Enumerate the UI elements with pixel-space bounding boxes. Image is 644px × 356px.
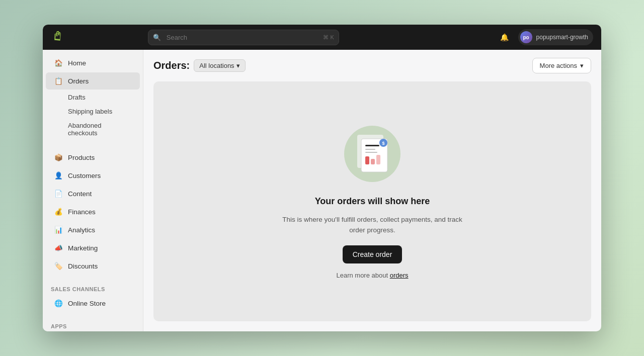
location-label: All locations <box>199 62 234 69</box>
sidebar-item-discounts[interactable]: 🏷️ Discounts <box>46 257 140 275</box>
store-badge[interactable]: po popupsmart-growth <box>518 29 593 45</box>
svg-rect-8 <box>376 155 380 164</box>
sidebar-item-label: Orders <box>68 77 132 85</box>
sidebar-item-products[interactable]: 📦 Products <box>46 149 140 166</box>
more-actions-label: More actions <box>540 62 577 69</box>
search-bar: 🔍 ⌘ K <box>148 30 339 45</box>
search-shortcut: ⌘ K <box>323 34 334 41</box>
online-store-icon: 🌐 <box>54 299 63 308</box>
topbar-actions: 🔔 po popupsmart-growth <box>497 29 593 45</box>
sidebar-item-drafts[interactable]: Drafts <box>46 91 140 104</box>
sidebar-item-analytics[interactable]: 📊 Analytics <box>46 221 140 238</box>
learn-more: Learn more about orders <box>336 272 408 279</box>
discounts-icon: 🏷️ <box>54 261 63 271</box>
sidebar-item-label: Discounts <box>68 262 132 270</box>
topbar: 🔍 ⌘ K 🔔 po popupsmart-growth <box>43 25 601 50</box>
sidebar-submenu-orders: Drafts Shipping labels Abandoned checkou… <box>43 90 143 140</box>
svg-rect-3 <box>365 145 379 146</box>
finances-icon: 💰 <box>54 207 63 216</box>
sidebar-item-online-store[interactable]: 🌐 Online Store <box>46 295 140 312</box>
store-name: popupsmart-growth <box>536 34 588 41</box>
sidebar-item-label: Finances <box>68 208 132 216</box>
sidebar-item-label: Customers <box>68 172 132 180</box>
more-actions-button[interactable]: More actions ▾ <box>532 58 591 73</box>
orders-panel: $ Your orders will show here This is whe… <box>153 81 591 321</box>
shipping-labels-label: Shipping labels <box>68 108 112 115</box>
orders-empty-heading: Your orders will show here <box>315 196 430 207</box>
chevron-down-icon: ▾ <box>580 62 584 69</box>
sidebar-item-shipping-labels[interactable]: Shipping labels <box>46 105 140 118</box>
location-dropdown[interactable]: All locations ▾ <box>194 59 245 72</box>
sidebar-item-customers[interactable]: 👤 Customers <box>46 167 140 184</box>
orders-empty-description: This is where you'll fulfill orders, col… <box>282 215 463 235</box>
svg-text:$: $ <box>382 141 384 146</box>
customers-icon: 👤 <box>54 171 63 180</box>
orders-content: $ Your orders will show here This is whe… <box>143 73 601 331</box>
sidebar-item-content[interactable]: 📄 Content <box>46 185 140 202</box>
marketing-icon: 📣 <box>54 243 63 252</box>
create-order-button[interactable]: Create order <box>343 245 403 263</box>
logo-area <box>51 30 66 45</box>
svg-rect-5 <box>365 152 377 153</box>
svg-rect-7 <box>371 159 375 164</box>
page-title: Orders: <box>153 60 190 71</box>
sidebar-item-label: Home <box>68 59 132 67</box>
drafts-label: Drafts <box>68 94 86 101</box>
home-icon: 🏠 <box>54 58 63 67</box>
avatar: po <box>520 31 532 43</box>
analytics-icon: 📊 <box>54 225 63 234</box>
chevron-down-icon: ▾ <box>236 62 240 69</box>
sales-channels-label: Sales channels <box>43 283 143 294</box>
shopify-logo <box>51 30 66 45</box>
orders-icon: 📋 <box>54 76 63 85</box>
sidebar: 🏠 Home 📋 Orders Drafts Shipping labels A… <box>43 50 143 331</box>
sidebar-item-label: Online Store <box>68 300 132 307</box>
sidebar-item-label: Marketing <box>68 244 132 252</box>
search-icon: 🔍 <box>153 34 161 41</box>
svg-rect-6 <box>365 156 369 164</box>
learn-more-prefix: Learn more about <box>336 272 388 279</box>
products-icon: 📦 <box>54 153 63 162</box>
sidebar-item-label: Content <box>68 190 132 198</box>
app-window: 🔍 ⌘ K 🔔 po popupsmart-growth 🏠 Home 📋 <box>43 25 601 331</box>
content-area: Orders: All locations ▾ More actions ▾ <box>143 50 601 331</box>
orders-illustration: $ <box>342 124 403 184</box>
sidebar-item-abandoned-checkouts[interactable]: Abandoned checkouts <box>46 119 140 140</box>
apps-label: Apps <box>43 320 143 331</box>
sidebar-item-marketing[interactable]: 📣 Marketing <box>46 239 140 256</box>
abandoned-checkouts-label: Abandoned checkouts <box>68 122 132 137</box>
sidebar-item-label: Products <box>68 154 132 161</box>
svg-rect-4 <box>365 149 375 150</box>
main-layout: 🏠 Home 📋 Orders Drafts Shipping labels A… <box>43 50 601 331</box>
sidebar-item-home[interactable]: 🏠 Home <box>46 54 140 71</box>
orders-link[interactable]: orders <box>390 272 409 279</box>
content-icon: 📄 <box>54 189 63 198</box>
sidebar-item-finances[interactable]: 💰 Finances <box>46 203 140 220</box>
breadcrumb-title: Orders: All locations ▾ <box>153 59 246 72</box>
notification-bell-button[interactable]: 🔔 <box>497 30 512 45</box>
content-header: Orders: All locations ▾ More actions ▾ <box>143 50 601 73</box>
search-input[interactable] <box>148 30 339 45</box>
sidebar-item-label: Analytics <box>68 226 132 234</box>
sidebar-item-orders[interactable]: 📋 Orders <box>46 72 140 90</box>
